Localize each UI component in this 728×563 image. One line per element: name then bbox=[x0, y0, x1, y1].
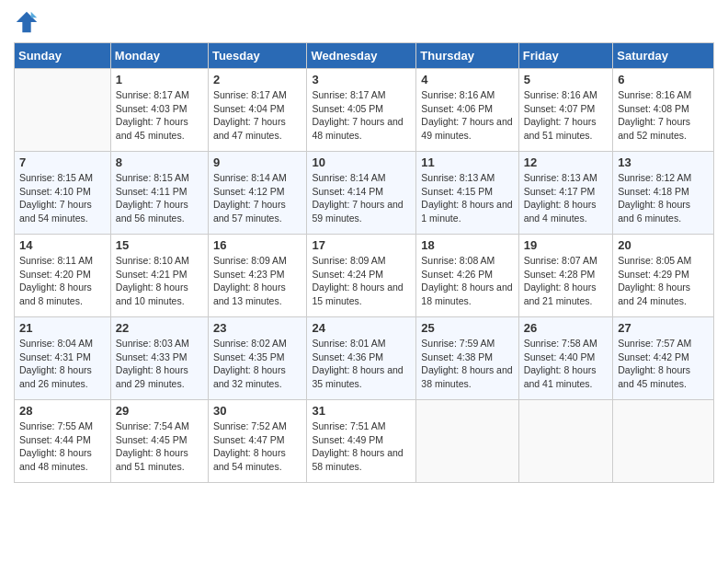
calendar-cell: 1Sunrise: 8:17 AMSunset: 4:03 PMDaylight… bbox=[110, 69, 208, 152]
day-info: Sunrise: 8:17 AMSunset: 4:05 PMDaylight:… bbox=[312, 88, 411, 143]
calendar-cell: 24Sunrise: 8:01 AMSunset: 4:36 PMDayligh… bbox=[307, 317, 416, 400]
day-number: 1 bbox=[116, 73, 203, 86]
calendar-cell bbox=[416, 400, 518, 483]
calendar-cell: 7Sunrise: 8:15 AMSunset: 4:10 PMDaylight… bbox=[15, 152, 111, 235]
day-number: 24 bbox=[312, 321, 411, 335]
week-row-1: 1Sunrise: 8:17 AMSunset: 4:03 PMDaylight… bbox=[15, 69, 714, 152]
day-header-sunday: Sunday bbox=[15, 43, 111, 69]
calendar-table: SundayMondayTuesdayWednesdayThursdayFrid… bbox=[14, 42, 714, 483]
calendar-cell: 28Sunrise: 7:55 AMSunset: 4:44 PMDayligh… bbox=[15, 400, 111, 483]
day-info: Sunrise: 8:08 AMSunset: 4:26 PMDaylight:… bbox=[421, 254, 513, 308]
day-info: Sunrise: 8:16 AMSunset: 4:07 PMDaylight:… bbox=[524, 88, 609, 143]
day-number: 18 bbox=[421, 238, 513, 252]
day-number: 8 bbox=[116, 155, 203, 169]
calendar-cell bbox=[518, 400, 613, 483]
day-header-monday: Monday bbox=[110, 43, 208, 69]
calendar-cell: 18Sunrise: 8:08 AMSunset: 4:26 PMDayligh… bbox=[416, 235, 518, 317]
day-number: 4 bbox=[421, 73, 513, 86]
day-number: 25 bbox=[421, 321, 513, 335]
calendar-cell: 2Sunrise: 8:17 AMSunset: 4:04 PMDaylight… bbox=[208, 69, 307, 152]
day-info: Sunrise: 8:04 AMSunset: 4:31 PMDaylight:… bbox=[19, 337, 106, 391]
day-info: Sunrise: 7:57 AMSunset: 4:42 PMDaylight:… bbox=[618, 337, 709, 391]
calendar-cell: 16Sunrise: 8:09 AMSunset: 4:23 PMDayligh… bbox=[208, 235, 307, 317]
day-info: Sunrise: 8:09 AMSunset: 4:23 PMDaylight:… bbox=[213, 254, 302, 308]
week-row-3: 14Sunrise: 8:11 AMSunset: 4:20 PMDayligh… bbox=[15, 235, 714, 317]
day-info: Sunrise: 8:05 AMSunset: 4:29 PMDaylight:… bbox=[618, 254, 709, 308]
day-number: 26 bbox=[524, 321, 609, 335]
day-header-friday: Friday bbox=[518, 43, 613, 69]
day-number: 13 bbox=[618, 155, 709, 169]
calendar-cell: 14Sunrise: 8:11 AMSunset: 4:20 PMDayligh… bbox=[15, 235, 111, 317]
day-number: 20 bbox=[618, 238, 709, 252]
calendar-cell bbox=[15, 69, 111, 152]
svg-marker-1 bbox=[31, 12, 38, 18]
day-info: Sunrise: 8:12 AMSunset: 4:18 PMDaylight:… bbox=[618, 171, 709, 225]
day-info: Sunrise: 8:02 AMSunset: 4:35 PMDaylight:… bbox=[213, 337, 302, 391]
calendar-cell: 11Sunrise: 8:13 AMSunset: 4:15 PMDayligh… bbox=[416, 152, 518, 235]
calendar-cell: 8Sunrise: 8:15 AMSunset: 4:11 PMDaylight… bbox=[110, 152, 208, 235]
day-header-wednesday: Wednesday bbox=[307, 43, 416, 69]
week-row-5: 28Sunrise: 7:55 AMSunset: 4:44 PMDayligh… bbox=[15, 400, 714, 483]
day-info: Sunrise: 7:54 AMSunset: 4:45 PMDaylight:… bbox=[116, 419, 203, 474]
day-info: Sunrise: 8:03 AMSunset: 4:33 PMDaylight:… bbox=[116, 337, 203, 391]
calendar-cell: 20Sunrise: 8:05 AMSunset: 4:29 PMDayligh… bbox=[613, 235, 714, 317]
day-number: 16 bbox=[213, 238, 302, 252]
calendar-cell: 27Sunrise: 7:57 AMSunset: 4:42 PMDayligh… bbox=[613, 317, 714, 400]
day-info: Sunrise: 8:17 AMSunset: 4:04 PMDaylight:… bbox=[213, 88, 302, 143]
day-number: 14 bbox=[19, 238, 106, 252]
day-number: 10 bbox=[312, 155, 411, 169]
day-info: Sunrise: 8:15 AMSunset: 4:10 PMDaylight:… bbox=[19, 171, 106, 225]
day-number: 3 bbox=[312, 73, 411, 86]
day-info: Sunrise: 7:59 AMSunset: 4:38 PMDaylight:… bbox=[421, 337, 513, 391]
day-info: Sunrise: 8:14 AMSunset: 4:14 PMDaylight:… bbox=[312, 171, 411, 225]
calendar-cell bbox=[613, 400, 714, 483]
day-number: 12 bbox=[524, 155, 609, 169]
day-number: 5 bbox=[524, 73, 609, 86]
calendar-cell: 12Sunrise: 8:13 AMSunset: 4:17 PMDayligh… bbox=[518, 152, 613, 235]
day-number: 19 bbox=[524, 238, 609, 252]
day-number: 17 bbox=[312, 238, 411, 252]
day-number: 15 bbox=[116, 238, 203, 252]
day-info: Sunrise: 8:10 AMSunset: 4:21 PMDaylight:… bbox=[116, 254, 203, 308]
day-info: Sunrise: 7:58 AMSunset: 4:40 PMDaylight:… bbox=[524, 337, 609, 391]
calendar-cell: 23Sunrise: 8:02 AMSunset: 4:35 PMDayligh… bbox=[208, 317, 307, 400]
calendar-cell: 31Sunrise: 7:51 AMSunset: 4:49 PMDayligh… bbox=[307, 400, 416, 483]
day-number: 29 bbox=[116, 404, 203, 418]
day-header-tuesday: Tuesday bbox=[208, 43, 307, 69]
day-info: Sunrise: 8:01 AMSunset: 4:36 PMDaylight:… bbox=[312, 337, 411, 391]
day-number: 7 bbox=[19, 155, 106, 169]
day-number: 31 bbox=[312, 404, 411, 418]
calendar-cell: 21Sunrise: 8:04 AMSunset: 4:31 PMDayligh… bbox=[15, 317, 111, 400]
calendar-cell: 9Sunrise: 8:14 AMSunset: 4:12 PMDaylight… bbox=[208, 152, 307, 235]
calendar-cell: 4Sunrise: 8:16 AMSunset: 4:06 PMDaylight… bbox=[416, 69, 518, 152]
day-info: Sunrise: 8:16 AMSunset: 4:06 PMDaylight:… bbox=[421, 88, 513, 143]
calendar-cell: 29Sunrise: 7:54 AMSunset: 4:45 PMDayligh… bbox=[110, 400, 208, 483]
day-info: Sunrise: 8:15 AMSunset: 4:11 PMDaylight:… bbox=[116, 171, 203, 225]
day-number: 27 bbox=[618, 321, 709, 335]
days-header-row: SundayMondayTuesdayWednesdayThursdayFrid… bbox=[15, 43, 714, 69]
day-number: 22 bbox=[116, 321, 203, 335]
calendar-cell: 5Sunrise: 8:16 AMSunset: 4:07 PMDaylight… bbox=[518, 69, 613, 152]
day-number: 6 bbox=[618, 73, 709, 86]
calendar-cell: 26Sunrise: 7:58 AMSunset: 4:40 PMDayligh… bbox=[518, 317, 613, 400]
calendar-cell: 6Sunrise: 8:16 AMSunset: 4:08 PMDaylight… bbox=[613, 69, 714, 152]
day-info: Sunrise: 7:51 AMSunset: 4:49 PMDaylight:… bbox=[312, 419, 411, 474]
logo bbox=[14, 9, 43, 35]
calendar-cell: 3Sunrise: 8:17 AMSunset: 4:05 PMDaylight… bbox=[307, 69, 416, 152]
day-header-thursday: Thursday bbox=[416, 43, 518, 69]
day-number: 28 bbox=[19, 404, 106, 418]
day-info: Sunrise: 8:16 AMSunset: 4:08 PMDaylight:… bbox=[618, 88, 709, 143]
calendar-cell: 13Sunrise: 8:12 AMSunset: 4:18 PMDayligh… bbox=[613, 152, 714, 235]
day-info: Sunrise: 8:07 AMSunset: 4:28 PMDaylight:… bbox=[524, 254, 609, 308]
day-number: 30 bbox=[213, 404, 302, 418]
day-info: Sunrise: 8:13 AMSunset: 4:17 PMDaylight:… bbox=[524, 171, 609, 225]
calendar-cell: 17Sunrise: 8:09 AMSunset: 4:24 PMDayligh… bbox=[307, 235, 416, 317]
day-header-saturday: Saturday bbox=[613, 43, 714, 69]
day-number: 21 bbox=[19, 321, 106, 335]
day-number: 23 bbox=[213, 321, 302, 335]
day-number: 11 bbox=[421, 155, 513, 169]
logo-icon bbox=[14, 9, 40, 35]
day-info: Sunrise: 8:09 AMSunset: 4:24 PMDaylight:… bbox=[312, 254, 411, 308]
week-row-4: 21Sunrise: 8:04 AMSunset: 4:31 PMDayligh… bbox=[15, 317, 714, 400]
calendar-cell: 25Sunrise: 7:59 AMSunset: 4:38 PMDayligh… bbox=[416, 317, 518, 400]
